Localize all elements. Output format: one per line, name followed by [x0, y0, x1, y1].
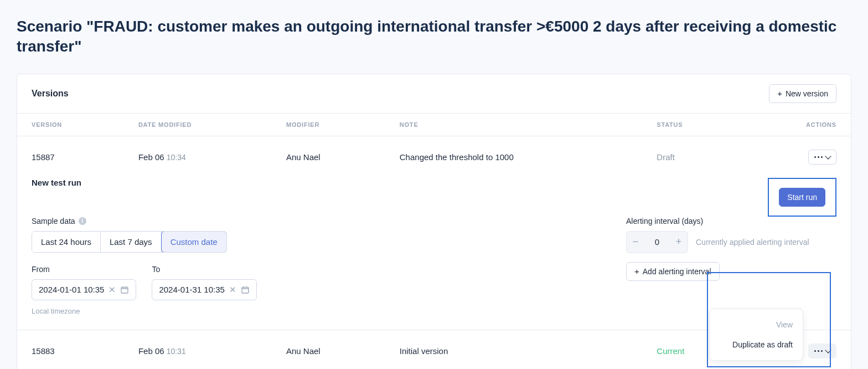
- dropdown-view[interactable]: View: [710, 315, 803, 335]
- versions-table: VERSION DATE MODIFIED MODIFIER NOTE STAT…: [17, 113, 851, 369]
- cell-date: Feb 06 10:31: [124, 330, 272, 369]
- actions-dropdown: View Duplicate as draft: [709, 309, 803, 361]
- cell-version: 15883: [17, 330, 124, 369]
- expanded-row: New test run Start run Sa: [17, 178, 851, 330]
- interval-value: 0: [644, 237, 670, 247]
- segment-last-24h[interactable]: Last 24 hours: [32, 232, 101, 252]
- cell-modifier: Anu Nael: [272, 136, 385, 178]
- info-icon[interactable]: i: [79, 217, 86, 225]
- col-note: NOTE: [385, 113, 643, 136]
- calendar-icon: [120, 285, 129, 294]
- to-date-input[interactable]: 2024-01-31 10:35 ✕: [152, 279, 256, 300]
- alerting-interval-label: Alerting interval (days): [626, 217, 836, 226]
- versions-heading: Versions: [32, 89, 69, 99]
- timezone-hint: Local timezone: [32, 307, 604, 315]
- col-modifier: MODIFIER: [272, 113, 385, 136]
- calendar-icon: [241, 285, 250, 294]
- chevron-down-icon: [825, 347, 831, 353]
- col-status: STATUS: [642, 113, 744, 136]
- cell-note: Changed the threshold to 1000: [385, 136, 643, 178]
- row-actions-button[interactable]: [808, 344, 836, 358]
- row-actions-button[interactable]: [808, 150, 836, 165]
- segment-custom-date[interactable]: Custom date: [161, 231, 227, 253]
- sample-data-segments: Last 24 hours Last 7 days Custom date: [32, 231, 227, 253]
- svg-rect-1: [242, 287, 249, 293]
- new-version-button[interactable]: + New version: [769, 84, 836, 103]
- interval-stepper: − 0 +: [626, 231, 688, 253]
- more-icon: [814, 350, 823, 352]
- cell-date: Feb 06 10:34: [124, 136, 272, 178]
- cell-version: 15887: [17, 136, 124, 178]
- stepper-increment[interactable]: +: [670, 232, 688, 253]
- dropdown-duplicate[interactable]: Duplicate as draft: [710, 335, 803, 355]
- col-date: DATE MODIFIED: [124, 113, 272, 136]
- interval-hint: Currently applied alerting interval: [696, 238, 809, 247]
- col-actions: ACTIONS: [744, 113, 851, 136]
- start-run-button[interactable]: Start run: [779, 188, 825, 207]
- cell-status: Draft: [642, 136, 744, 178]
- versions-card: Versions + New version VERSION DATE MODI…: [17, 74, 851, 369]
- clear-to-icon[interactable]: ✕: [229, 285, 236, 295]
- segment-last-7d[interactable]: Last 7 days: [101, 232, 162, 252]
- cell-note: Initial version: [385, 330, 643, 369]
- page-title: Scenario "FRAUD: customer makes an outgo…: [17, 17, 851, 57]
- table-row: 15887 Feb 06 10:34 Anu Nael Changed the …: [17, 136, 851, 178]
- plus-icon: +: [634, 267, 639, 275]
- svg-rect-0: [121, 287, 128, 293]
- add-alerting-interval-button[interactable]: + Add alerting interval: [626, 262, 720, 281]
- from-date-input[interactable]: 2024-01-01 10:35 ✕: [32, 279, 136, 300]
- more-icon: [814, 156, 823, 158]
- cell-modifier: Anu Nael: [272, 330, 385, 369]
- plus-icon: +: [777, 89, 782, 98]
- stepper-decrement[interactable]: −: [627, 232, 644, 253]
- sample-data-label: Sample data: [32, 217, 75, 226]
- clear-from-icon[interactable]: ✕: [108, 285, 116, 295]
- to-label: To: [152, 265, 256, 274]
- test-run-title: New test run: [32, 178, 768, 187]
- col-version: VERSION: [17, 113, 124, 136]
- from-label: From: [32, 265, 136, 274]
- from-value: 2024-01-01 10:35: [39, 285, 104, 294]
- new-version-label: New version: [786, 89, 828, 98]
- to-value: 2024-01-31 10:35: [159, 285, 224, 294]
- table-row: 15883 Feb 06 10:31 Anu Nael Initial vers…: [17, 330, 851, 369]
- chevron-down-icon: [825, 153, 831, 159]
